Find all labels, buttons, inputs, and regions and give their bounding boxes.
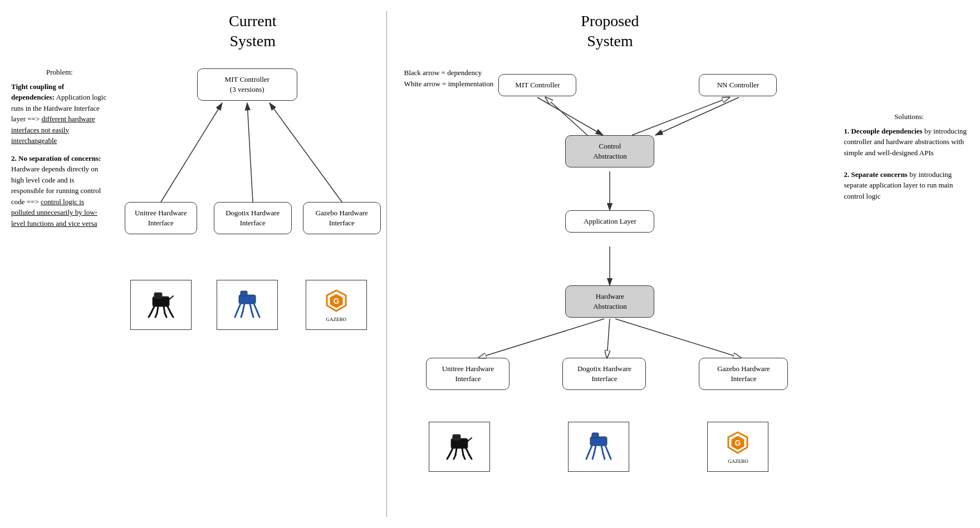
- proposed-gazebo-image: G GAZEBO: [707, 422, 768, 472]
- svg-line-32: [455, 448, 457, 455]
- problem-item-1: Tight coupling of dependencies: Applicat…: [11, 81, 108, 146]
- solutions-title: Solutions:: [844, 111, 974, 122]
- proposed-dogotix-image: [568, 422, 629, 472]
- current-arrows-svg: [125, 68, 381, 402]
- current-dogotix-box: Dogotix HardwareInterface: [214, 202, 292, 234]
- proposed-diagram: Black arrow = dependency White arrow = i…: [398, 63, 821, 463]
- proposed-legend: Black arrow = dependency White arrow = i…: [404, 68, 493, 91]
- svg-line-44: [592, 453, 594, 459]
- solutions-panel: Solutions: 1. Decouple dependencies by i…: [832, 0, 980, 528]
- svg-line-27: [270, 103, 342, 202]
- current-system-panel: CurrentSystem MIT Controller(3 versions)…: [119, 0, 386, 528]
- svg-line-3: [149, 313, 151, 317]
- current-gazebo-icon: G: [322, 288, 350, 315]
- svg-line-17: [250, 304, 252, 312]
- proposed-gazebo-label: GAZEBO: [728, 458, 748, 464]
- proposed-arrows-svg: [398, 63, 821, 463]
- svg-line-48: [609, 453, 611, 459]
- proposed-dogotix-robot-svg: [576, 430, 621, 463]
- proposed-app-box: Application Layer: [565, 210, 654, 233]
- proposed-mit-box: MIT Controller: [498, 74, 576, 96]
- svg-line-35: [463, 455, 465, 459]
- proposed-gazebo-icon: G: [724, 430, 752, 457]
- svg-line-14: [235, 312, 237, 317]
- proposed-dogotix-box: Dogotix HardwareInterface: [562, 358, 646, 390]
- svg-line-43: [594, 446, 596, 453]
- legend-white-arrow: White arrow = implementation: [404, 80, 493, 88]
- svg-line-15: [243, 304, 244, 312]
- current-gazebo-box: Gazebo HardwareInterface: [303, 202, 381, 234]
- svg-line-10: [169, 296, 173, 299]
- svg-rect-12: [241, 291, 247, 296]
- current-unitree-box: Unitree HardwareInterface: [125, 202, 197, 234]
- svg-line-26: [247, 103, 253, 202]
- svg-line-37: [469, 455, 472, 459]
- svg-line-9: [171, 313, 173, 317]
- current-dogotix-image: [217, 280, 278, 330]
- svg-line-2: [151, 307, 154, 313]
- legend-black-arrow: Black arrow = dependency: [404, 68, 493, 77]
- proposed-unitree-robot-svg: [437, 430, 482, 463]
- svg-line-45: [601, 446, 603, 453]
- svg-line-16: [241, 312, 243, 317]
- proposed-control-box: ControlAbstraction: [565, 135, 654, 167]
- svg-line-62: [546, 97, 587, 135]
- svg-line-38: [468, 438, 472, 441]
- svg-line-25: [161, 103, 222, 202]
- svg-line-56: [655, 97, 739, 135]
- current-gazebo-label: GAZEBO: [326, 317, 346, 322]
- svg-line-31: [447, 455, 449, 459]
- svg-line-61: [615, 319, 741, 358]
- svg-text:G: G: [735, 438, 741, 447]
- svg-line-60: [607, 319, 610, 358]
- svg-line-47: [605, 446, 609, 453]
- current-diagram: MIT Controller(3 versions) Unitree Hardw…: [125, 68, 381, 402]
- svg-line-42: [586, 453, 589, 459]
- svg-line-8: [168, 307, 171, 313]
- proposed-system-title: ProposedSystem: [398, 11, 821, 52]
- proposed-unitree-image: [429, 422, 490, 472]
- svg-line-36: [466, 448, 469, 455]
- dogotix-robot-svg: [225, 288, 270, 322]
- proposed-gazebo-box: Gazebo HardwareInterface: [699, 358, 788, 390]
- solution1-bold: Decouple dependencies: [851, 127, 922, 135]
- svg-line-4: [157, 307, 158, 313]
- svg-rect-40: [592, 433, 599, 438]
- svg-line-34: [462, 448, 463, 455]
- svg-line-30: [449, 448, 453, 455]
- problem-title: Problem:: [11, 67, 108, 78]
- proposed-unitree-box: Unitree HardwareInterface: [426, 358, 509, 390]
- svg-line-41: [589, 446, 592, 453]
- unitree-robot-svg: [139, 288, 183, 322]
- current-mit-box: MIT Controller(3 versions): [197, 68, 297, 101]
- svg-rect-29: [453, 435, 460, 440]
- svg-line-13: [237, 304, 241, 312]
- proposed-nn-box: NN Controller: [699, 74, 777, 96]
- svg-line-63: [632, 97, 729, 135]
- svg-line-19: [254, 304, 257, 312]
- svg-line-59: [479, 319, 604, 358]
- svg-line-55: [537, 97, 603, 135]
- svg-line-46: [603, 453, 605, 459]
- svg-rect-1: [154, 293, 162, 298]
- current-unitree-image: [130, 280, 192, 330]
- svg-line-18: [252, 312, 253, 317]
- proposed-system-panel: ProposedSystem Black arrow = dependency …: [387, 0, 832, 528]
- svg-line-33: [454, 455, 455, 459]
- svg-line-7: [165, 313, 166, 317]
- solution-item-2: 2. Separate concerns by introducing sepa…: [844, 169, 974, 202]
- problem2-bold: No separation of concerns:: [18, 154, 101, 162]
- solution2-bold: Separate concerns: [851, 170, 907, 179]
- proposed-hardware-box: HardwareAbstraction: [565, 285, 654, 318]
- svg-line-20: [257, 312, 259, 317]
- svg-line-5: [155, 313, 157, 317]
- current-system-title: CurrentSystem: [125, 11, 381, 52]
- solution-item-1: 1. Decouple dependencies by introducing …: [844, 126, 974, 159]
- svg-text:G: G: [333, 297, 339, 305]
- svg-line-6: [164, 307, 165, 313]
- main-container: Problem: Tight coupling of dependencies:…: [0, 0, 980, 528]
- problems-panel: Problem: Tight coupling of dependencies:…: [0, 0, 119, 528]
- problem-item-2: 2. No separation of concerns: Hardware d…: [11, 153, 108, 229]
- current-gazebo-image: G GAZEBO: [306, 280, 367, 330]
